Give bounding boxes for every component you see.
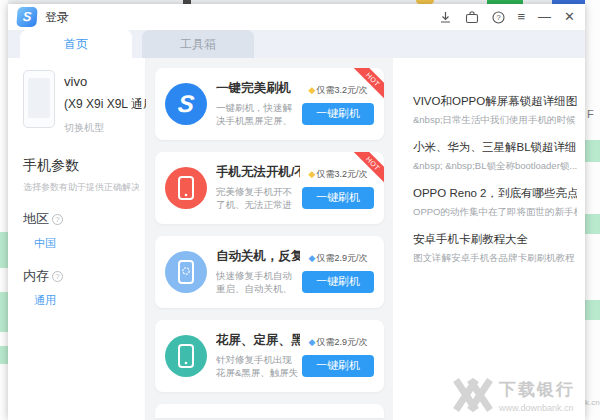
phone-screen-icon — [165, 335, 207, 377]
one-click-flash-button[interactable]: 一键刷机 — [302, 355, 374, 377]
background-fragment — [0, 346, 8, 364]
price-label: ◆仅需2.9元/次 — [300, 252, 376, 265]
hot-badge: HOT — [348, 68, 384, 104]
watermark-name: 下载银行 — [499, 378, 575, 401]
sidebar: vivo (X9 X9i X9L 通刷) 切换机型 手机参数 选择参数有助于提供… — [8, 58, 146, 420]
one-click-flash-button[interactable]: 一键刷机 — [302, 103, 374, 125]
gem-icon: ◆ — [309, 337, 316, 347]
hot-badge: HOT — [348, 152, 384, 188]
article-subtitle: 图文详解安卓手机各品牌卡刷刷机教程：... — [413, 252, 577, 265]
close-icon[interactable]: ✕ — [564, 10, 575, 24]
login-link[interactable]: 登录 — [45, 9, 69, 26]
gem-icon: ◆ — [309, 253, 316, 263]
app-window: S 登录 ? ≡ — ✕ 首页 工具箱 vivo — [8, 4, 585, 420]
service-card-screen-repair[interactable]: 花屏、定屏、黑屏救砖 针对修复手机出现花屏&黑屏、触屏失灵、卡机定屏等手机屏幕故… — [155, 320, 384, 392]
price-label: ◆仅需2.9元/次 — [300, 336, 376, 349]
gem-icon: ◆ — [309, 85, 316, 95]
service-card-auto-shutdown[interactable]: 自动关机，反复重启 快速修复手机自动重启、自动关机、频繁死机黑屏等各类启动异..… — [155, 236, 384, 308]
phone-restart-icon — [165, 251, 207, 293]
service-title: 花屏、定屏、黑屏救砖 — [216, 332, 300, 349]
desktop-background-right: F k.cn — [585, 0, 600, 420]
background-fragment — [0, 292, 8, 332]
device-model: (X9 X9i X9L 通刷) — [64, 96, 159, 113]
app-logo-icon: S — [16, 7, 37, 27]
device-name: vivo — [64, 74, 159, 89]
watermark: 下载银行 www.downbank.cn — [453, 376, 575, 414]
help-icon[interactable]: ? — [52, 271, 63, 282]
tab-toolbox[interactable]: 工具箱 — [142, 30, 254, 58]
article-item[interactable]: 小米、华为、三星解BL锁超详细的... &nbsp; &nbsp;BL锁全称bo… — [413, 140, 577, 173]
title-bar: S 登录 ? ≡ — ✕ — [8, 4, 585, 30]
params-hint: 选择参数有助于提供正确解决方案 — [23, 181, 139, 194]
one-click-flash-button[interactable]: 一键刷机 — [302, 187, 374, 209]
switch-model-link[interactable]: 切换机型 — [64, 121, 159, 135]
background-fragment — [585, 300, 600, 320]
minimize-icon[interactable]: — — [538, 10, 551, 24]
service-title: 手机无法开机/不能开机 — [216, 164, 300, 181]
service-list: S 一键完美刷机 一键刷机，快速解决手机黑屏定屏、屏幕被锁、开不了机、卡顿发热.… — [146, 58, 393, 420]
article-subtitle: &nbsp;日常生活中我们使用手机的时候，... — [413, 114, 577, 127]
desktop-background-left — [0, 0, 8, 420]
one-click-flash-button[interactable]: 一键刷机 — [302, 271, 374, 293]
background-fragment — [585, 214, 600, 234]
device-panel: vivo (X9 X9i X9L 通刷) 切换机型 — [23, 70, 139, 135]
article-title[interactable]: VIVO和OPPO解屏幕锁超详细图文... — [413, 94, 577, 109]
service-card-partial[interactable] — [155, 404, 384, 418]
article-title[interactable]: OPPO Reno 2，到底有哪些亮点呢? — [413, 186, 577, 201]
region-label: 地区 ? — [23, 210, 139, 228]
service-card-no-boot[interactable]: 手机无法开机/不能开机 完美修复手机开不了机、无法正常进入桌面等系统问题，提供刷… — [155, 152, 384, 224]
service-desc: 一键刷机，快速解决手机黑屏定屏、屏幕被锁、开不了机、卡顿发热... — [216, 101, 300, 129]
downbank-logo-icon — [453, 376, 493, 414]
service-desc: 针对修复手机出现花屏&黑屏、触屏失灵、卡机定屏等手机屏幕故... — [216, 353, 300, 381]
download-icon[interactable] — [439, 11, 452, 24]
help-icon[interactable]: ? — [52, 214, 63, 225]
toolbox-icon[interactable] — [465, 11, 479, 24]
s-logo-icon: S — [165, 83, 207, 125]
article-subtitle: OPPO的动作集中在了即将面世的新手机... — [413, 206, 577, 219]
gem-icon: ◆ — [309, 169, 316, 179]
background-fragment: k.cn — [585, 398, 600, 407]
background-fragment — [0, 232, 8, 268]
service-title: 一键完美刷机 — [216, 80, 300, 97]
phone-icon — [165, 167, 207, 209]
background-fragment — [585, 140, 600, 162]
tab-home[interactable]: 首页 — [20, 30, 132, 58]
article-item[interactable]: OPPO Reno 2，到底有哪些亮点呢? OPPO的动作集中在了即将面世的新手… — [413, 186, 577, 219]
memory-value-link[interactable]: 通用 — [34, 293, 139, 308]
svg-text:?: ? — [496, 13, 501, 22]
article-subtitle: &nbsp; &nbsp;BL锁全称bootloader锁... — [413, 160, 577, 173]
service-title: 自动关机，反复重启 — [216, 248, 300, 265]
help-icon[interactable]: ? — [492, 11, 505, 24]
watermark-url: www.downbank.cn — [499, 403, 575, 413]
service-desc: 完美修复手机开不了机、无法正常进入桌面等系统问题，提供刷机... — [216, 185, 300, 213]
article-title[interactable]: 小米、华为、三星解BL锁超详细的... — [413, 140, 577, 155]
menu-icon[interactable]: ≡ — [518, 10, 526, 24]
tab-bar: 首页 工具箱 — [8, 30, 585, 58]
region-value-link[interactable]: 中国 — [34, 236, 139, 251]
article-list: VIVO和OPPO解屏幕锁超详细图文... &nbsp;日常生活中我们使用手机的… — [393, 58, 585, 420]
article-item[interactable]: VIVO和OPPO解屏幕锁超详细图文... &nbsp;日常生活中我们使用手机的… — [413, 94, 577, 127]
background-fragment: F — [587, 108, 594, 120]
params-title: 手机参数 — [23, 157, 139, 175]
memory-label: 内存 ? — [23, 267, 139, 285]
article-title[interactable]: 安卓手机卡刷教程大全 — [413, 232, 577, 247]
phone-thumbnail — [23, 70, 55, 128]
service-card-perfect-flash[interactable]: S 一键完美刷机 一键刷机，快速解决手机黑屏定屏、屏幕被锁、开不了机、卡顿发热.… — [155, 68, 384, 140]
service-desc: 快速修复手机自动重启、自动关机、频繁死机黑屏等各类启动异... — [216, 269, 300, 297]
article-item[interactable]: 安卓手机卡刷教程大全 图文详解安卓手机各品牌卡刷刷机教程：... — [413, 232, 577, 265]
